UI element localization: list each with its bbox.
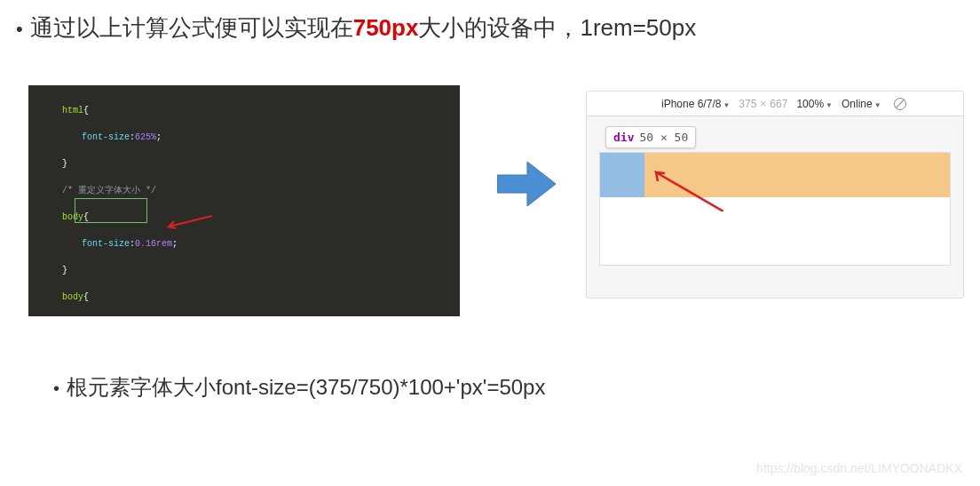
- main-text-pre: 通过以上计算公式便可以实现在: [30, 14, 353, 41]
- arrow-right-icon: [497, 160, 556, 208]
- viewport-height-input[interactable]: 667: [770, 98, 787, 110]
- main-text-post: 大小的设备中，1rem=50px: [418, 14, 696, 41]
- highlight-box: [75, 198, 147, 223]
- devtools-toolbar: iPhone 6/7/8▼ 375×667 100%▼ Online▼: [587, 92, 963, 116]
- rendered-div-element: [600, 153, 644, 197]
- viewport-width-input[interactable]: 375: [739, 98, 756, 110]
- main-bullet: • 通过以上计算公式便可以实现在750px大小的设备中，1rem=50px: [16, 12, 696, 44]
- sub-text: 根元素字体大小font-size=(375/750)*100+'px'=50px: [67, 373, 545, 402]
- zoom-selector[interactable]: 100%▼: [796, 98, 833, 110]
- devtools-panel: iPhone 6/7/8▼ 375×667 100%▼ Online▼: [586, 91, 964, 299]
- watermark: https://blog.csdn.net/LIMYOONADKX: [756, 461, 962, 475]
- stop-icon[interactable]: [894, 98, 906, 110]
- bullet-dot: •: [16, 18, 23, 41]
- element-tooltip: div50 × 50: [605, 126, 696, 148]
- annotation-arrow-icon: [652, 169, 723, 211]
- network-selector[interactable]: Online▼: [842, 98, 881, 110]
- device-selector[interactable]: iPhone 6/7/8▼: [661, 98, 730, 110]
- bullet-dot: •: [53, 378, 59, 399]
- tooltip-dimensions: 50 × 50: [639, 131, 688, 144]
- sub-bullet: • 根元素字体大小font-size=(375/750)*100+'px'=50…: [53, 373, 545, 402]
- tooltip-tag: div: [613, 131, 634, 144]
- code-editor: html{ font-size:625%; } /* 重定义字体大小 */ bo…: [28, 85, 460, 316]
- annotation-arrow-icon: [153, 201, 202, 217]
- main-text-highlight: 750px: [353, 14, 419, 41]
